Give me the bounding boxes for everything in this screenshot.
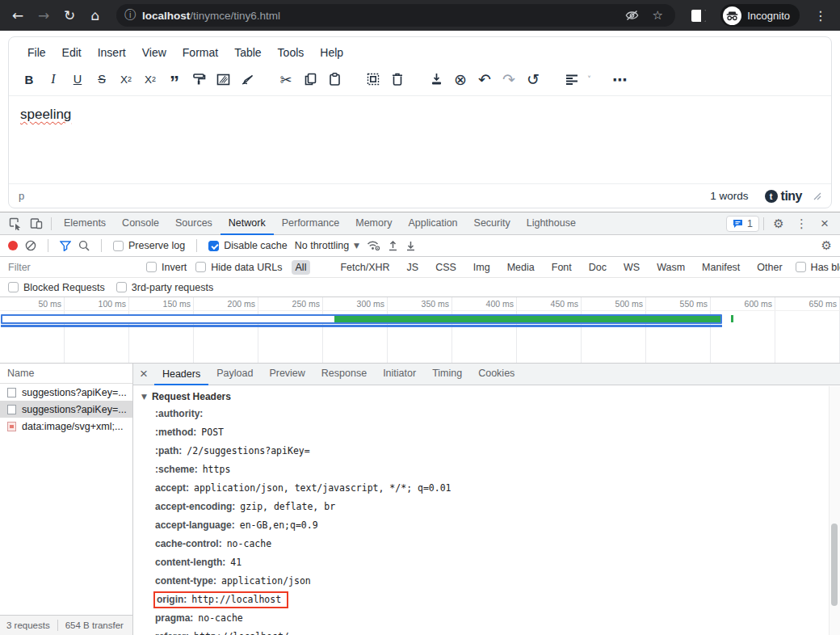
redo-icon[interactable]: ↷ — [498, 69, 519, 90]
menu-table[interactable]: Table — [227, 44, 268, 61]
clear-icon[interactable] — [25, 240, 36, 251]
close-devtools-icon[interactable]: × — [814, 216, 835, 232]
subscript-icon[interactable]: X2 — [116, 69, 136, 90]
browser-menu-icon[interactable]: ⋮ — [808, 8, 834, 23]
device-toolbar-icon[interactable] — [26, 215, 47, 233]
filter-type-css[interactable]: CSS — [431, 260, 460, 275]
scrollbar-thumb[interactable] — [831, 524, 838, 606]
underline-icon[interactable]: U — [67, 69, 88, 90]
detail-tab-initiator[interactable]: Initiator — [375, 363, 424, 385]
back-icon[interactable]: ← — [6, 4, 29, 27]
filter-type-media[interactable]: Media — [503, 260, 539, 275]
filter-type-doc[interactable]: Doc — [585, 260, 611, 275]
site-info-icon[interactable]: ⓘ — [124, 8, 136, 23]
menu-file[interactable]: File — [20, 44, 53, 61]
italic-icon[interactable]: I — [43, 69, 64, 90]
hide-data-urls-checkbox[interactable]: Hide data URLs — [195, 262, 282, 273]
menu-help[interactable]: Help — [313, 44, 351, 61]
edit-image-icon[interactable] — [212, 69, 233, 90]
menu-edit[interactable]: Edit — [55, 44, 89, 61]
undo-icon[interactable]: ↶ — [474, 69, 495, 90]
network-conditions-icon[interactable] — [367, 240, 380, 251]
detail-tab-response[interactable]: Response — [313, 363, 375, 385]
detail-tab-payload[interactable]: Payload — [208, 363, 261, 385]
invert-checkbox[interactable]: Invert — [146, 262, 187, 273]
detail-tab-preview[interactable]: Preview — [261, 363, 313, 385]
superscript-icon[interactable]: X2 — [140, 69, 161, 90]
tab-performance[interactable]: Performance — [274, 212, 348, 235]
record-icon[interactable] — [8, 241, 18, 250]
menu-tools[interactable]: Tools — [271, 44, 312, 61]
blocked-requests-checkbox[interactable]: Blocked Requests — [8, 282, 105, 293]
tab-sources[interactable]: Sources — [167, 212, 220, 235]
filter-input[interactable] — [8, 259, 137, 275]
filter-type-wasm[interactable]: Wasm — [653, 260, 689, 275]
align-left-icon[interactable] — [561, 69, 582, 90]
restore-draft-icon[interactable]: ↺ — [523, 69, 544, 90]
tab-application[interactable]: Application — [400, 212, 465, 235]
close-detail-icon[interactable]: × — [133, 366, 154, 382]
filter-type-js[interactable]: JS — [403, 260, 423, 275]
home-icon[interactable]: ⌂ — [84, 4, 107, 27]
editor-content-area[interactable]: speeling — [9, 96, 831, 183]
detail-tab-headers[interactable]: Headers — [154, 364, 208, 385]
settings-gear-icon[interactable]: ⚙ — [768, 215, 789, 233]
throttling-select[interactable]: No throttling ▼ — [295, 240, 359, 251]
request-row[interactable]: suggestions?apiKey=... — [0, 384, 132, 401]
devtools-menu-icon[interactable]: ⋮ — [789, 217, 814, 231]
side-panel-icon[interactable] — [691, 10, 706, 22]
forward-icon[interactable]: → — [32, 4, 55, 27]
chevron-down-icon[interactable]: ˅ — [587, 75, 591, 84]
filter-type-all[interactable]: All — [292, 260, 311, 275]
name-column-header[interactable]: Name — [0, 364, 132, 384]
bookmark-star-icon[interactable]: ☆ — [648, 8, 667, 23]
filter-type-font[interactable]: Font — [548, 260, 576, 275]
strikethrough-icon[interactable]: S — [91, 69, 112, 90]
filter-type-manifest[interactable]: Manifest — [698, 260, 744, 275]
tab-network[interactable]: Network — [220, 212, 274, 235]
detail-tab-timing[interactable]: Timing — [424, 363, 470, 385]
network-settings-gear-icon[interactable]: ⚙ — [821, 238, 832, 253]
tab-security[interactable]: Security — [466, 212, 519, 235]
request-row[interactable]: data:image/svg+xml;... — [0, 418, 132, 435]
issues-badge[interactable]: 1 — [726, 216, 759, 232]
copy-icon[interactable] — [300, 69, 321, 90]
request-headers-section[interactable]: ▼ Request Headers — [141, 391, 840, 402]
word-count[interactable]: 1 words — [710, 190, 748, 202]
export-icon[interactable] — [426, 69, 447, 90]
filter-type-img[interactable]: Img — [469, 260, 494, 275]
search-icon[interactable] — [78, 240, 90, 251]
paste-icon[interactable] — [324, 69, 345, 90]
detail-tab-cookies[interactable]: Cookies — [470, 363, 523, 385]
permanent-pen-icon[interactable] — [237, 69, 258, 90]
menu-insert[interactable]: Insert — [90, 44, 133, 61]
network-overview-timeline[interactable]: 50 ms 100 ms 150 ms 200 ms 250 ms 300 ms… — [0, 297, 840, 364]
tab-memory[interactable]: Memory — [347, 212, 400, 235]
remove-icon[interactable]: ⊗ — [450, 69, 471, 90]
element-path[interactable]: p — [19, 190, 24, 202]
resize-handle-icon[interactable] — [813, 192, 821, 200]
cut-icon[interactable]: ✂ — [275, 69, 296, 90]
menu-view[interactable]: View — [135, 44, 174, 61]
delete-icon[interactable] — [387, 69, 408, 90]
eye-blocked-icon[interactable] — [622, 10, 641, 21]
third-party-checkbox[interactable]: 3rd-party requests — [116, 282, 213, 293]
disable-cache-checkbox[interactable]: Disable cache — [208, 240, 288, 251]
reload-icon[interactable]: ↻ — [58, 4, 81, 27]
inspect-element-icon[interactable] — [5, 215, 26, 233]
format-painter-icon[interactable] — [188, 69, 209, 90]
menu-format[interactable]: Format — [175, 44, 225, 61]
more-icon[interactable]: ⋯ — [609, 69, 630, 90]
filter-type-other[interactable]: Other — [753, 260, 786, 275]
select-all-icon[interactable] — [363, 69, 384, 90]
preserve-log-checkbox[interactable]: Preserve log — [113, 240, 185, 251]
has-blocked-cookies-checkbox[interactable]: Has blocked cookies — [796, 262, 840, 273]
request-row-selected[interactable]: suggestions?apiKey=... — [0, 401, 132, 418]
url-bar[interactable]: ⓘ localhost/tinymce/tiny6.html ☆ — [116, 4, 675, 27]
filter-type-ws[interactable]: WS — [620, 260, 644, 275]
scrollbar-track[interactable] — [829, 386, 840, 635]
filter-funnel-icon[interactable] — [60, 241, 71, 251]
export-har-icon[interactable] — [405, 240, 416, 251]
blockquote-icon[interactable]: ” — [164, 69, 185, 90]
tab-console[interactable]: Console — [114, 212, 167, 235]
